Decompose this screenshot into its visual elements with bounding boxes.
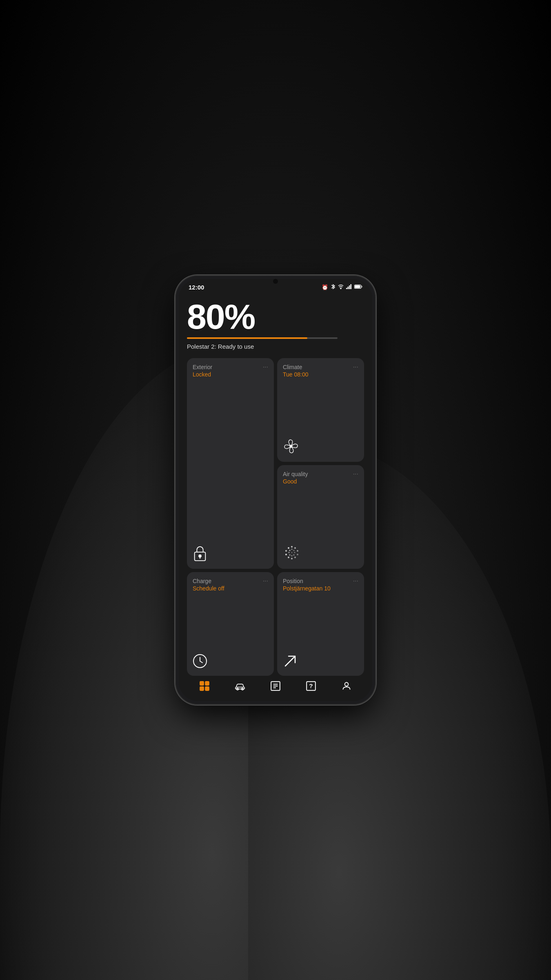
svg-line-33 xyxy=(285,656,295,666)
air-quality-title: Air quality xyxy=(283,471,308,477)
air-dots-icon xyxy=(283,543,301,563)
phone-device: 12:00 ⏰ xyxy=(176,276,375,704)
position-subtitle: Polstjärnegatan 10 xyxy=(283,585,331,592)
climate-menu[interactable]: ··· xyxy=(353,364,358,370)
svg-point-18 xyxy=(285,554,287,555)
air-quality-menu[interactable]: ··· xyxy=(353,471,358,477)
support-icon: ? xyxy=(306,681,316,693)
air-quality-card[interactable]: Air quality Good ··· xyxy=(277,465,364,569)
nav-profile[interactable] xyxy=(341,681,352,693)
svg-point-11 xyxy=(291,546,293,548)
svg-line-32 xyxy=(200,661,202,663)
svg-rect-6 xyxy=(355,285,360,288)
phone-wrapper: 12:00 ⏰ xyxy=(176,276,375,704)
climate-card[interactable]: Climate Tue 08:00 ··· xyxy=(277,358,364,462)
main-content: 80% Polestar 2: Ready to use Exterior Lo… xyxy=(179,292,372,701)
svg-point-17 xyxy=(288,557,289,558)
clock-icon xyxy=(193,654,207,670)
svg-rect-3 xyxy=(349,285,350,289)
list-icon xyxy=(270,681,281,693)
profile-icon xyxy=(341,681,352,693)
svg-rect-35 xyxy=(205,682,209,685)
camera-notch xyxy=(273,279,278,284)
position-card[interactable]: Position Polstjärnegatan 10 ··· xyxy=(277,572,364,676)
position-title: Position xyxy=(283,578,331,584)
svg-point-24 xyxy=(293,555,295,556)
svg-point-29 xyxy=(291,552,293,553)
air-quality-card-header: Air quality Good ··· xyxy=(283,471,358,485)
status-icons: ⏰ xyxy=(322,284,362,291)
exterior-menu[interactable]: ··· xyxy=(263,364,268,370)
arrow-icon xyxy=(283,654,298,670)
svg-point-20 xyxy=(288,547,289,549)
svg-point-15 xyxy=(294,557,296,558)
svg-point-23 xyxy=(294,552,295,553)
svg-rect-1 xyxy=(346,288,347,289)
exterior-card[interactable]: Exterior Locked ··· xyxy=(187,358,274,569)
wifi-icon xyxy=(338,284,344,290)
nav-list[interactable] xyxy=(270,681,281,693)
nav-support[interactable]: ? xyxy=(306,681,316,693)
exterior-card-header: Exterior Locked ··· xyxy=(193,364,268,378)
svg-point-27 xyxy=(289,552,290,553)
svg-point-13 xyxy=(297,550,298,552)
svg-point-19 xyxy=(285,550,287,552)
svg-text:?: ? xyxy=(309,682,313,689)
svg-point-12 xyxy=(294,547,296,549)
bluetooth-icon xyxy=(331,284,335,291)
charge-subtitle: Schedule off xyxy=(193,585,224,592)
svg-point-26 xyxy=(289,555,291,556)
charge-title: Charge xyxy=(193,578,224,584)
svg-rect-4 xyxy=(351,284,352,289)
bottom-nav: ? xyxy=(187,676,364,701)
nav-dashboard[interactable] xyxy=(199,681,210,693)
svg-point-21 xyxy=(291,549,293,550)
climate-title: Climate xyxy=(283,364,309,370)
svg-rect-34 xyxy=(200,682,204,685)
charge-card[interactable]: Charge Schedule off ··· xyxy=(187,572,274,676)
charge-progress-bar xyxy=(187,337,338,339)
car-icon xyxy=(235,681,245,693)
lock-icon xyxy=(193,545,207,563)
svg-point-25 xyxy=(291,555,293,557)
position-menu[interactable]: ··· xyxy=(353,578,358,584)
charge-menu[interactable]: ··· xyxy=(263,578,268,584)
charge-progress-fill xyxy=(187,337,307,339)
fan-icon xyxy=(283,438,299,456)
air-quality-subtitle: Good xyxy=(283,478,308,485)
climate-subtitle: Tue 08:00 xyxy=(283,371,309,378)
svg-point-47 xyxy=(344,682,348,686)
position-card-header: Position Polstjärnegatan 10 ··· xyxy=(283,578,358,592)
svg-rect-2 xyxy=(348,287,349,289)
svg-point-28 xyxy=(289,550,291,551)
svg-point-0 xyxy=(340,289,341,289)
charge-card-header: Charge Schedule off ··· xyxy=(193,578,268,592)
exterior-title: Exterior xyxy=(193,364,212,370)
cards-grid: Exterior Locked ··· xyxy=(187,358,364,676)
svg-point-8 xyxy=(199,555,201,557)
svg-rect-37 xyxy=(205,687,209,690)
svg-rect-36 xyxy=(200,687,204,690)
nav-car[interactable] xyxy=(235,681,245,693)
climate-card-header: Climate Tue 08:00 ··· xyxy=(283,364,358,378)
svg-point-14 xyxy=(297,554,298,555)
battery-percentage: 80% xyxy=(187,299,364,334)
alarm-icon: ⏰ xyxy=(322,284,328,290)
dashboard-icon xyxy=(199,681,210,693)
signal-icon xyxy=(346,284,352,290)
car-status-text: Polestar 2: Ready to use xyxy=(187,343,364,350)
status-time: 12:00 xyxy=(189,284,204,291)
battery-status-icon xyxy=(354,284,362,290)
svg-point-22 xyxy=(293,550,295,551)
exterior-subtitle: Locked xyxy=(193,371,212,378)
svg-point-16 xyxy=(291,558,293,559)
phone-screen: 12:00 ⏰ xyxy=(179,279,372,701)
